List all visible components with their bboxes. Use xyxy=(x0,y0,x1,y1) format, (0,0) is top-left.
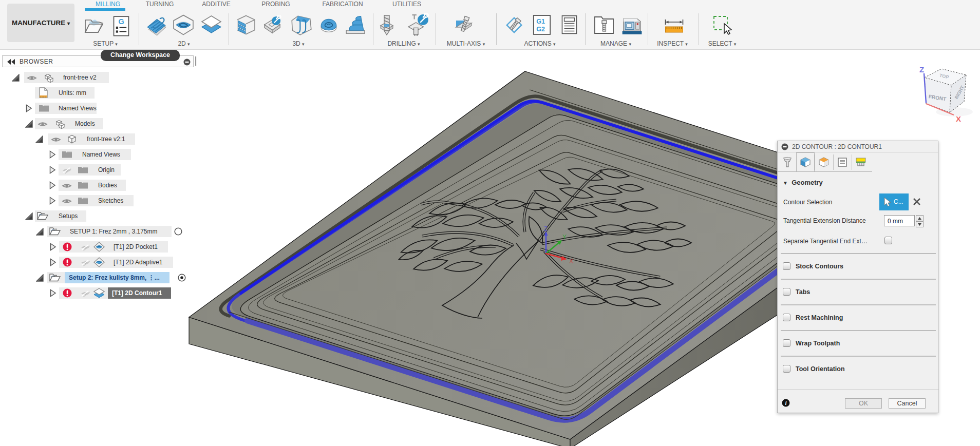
svg-text:G1: G1 xyxy=(536,18,545,25)
svg-text:G2: G2 xyxy=(536,26,545,33)
svg-text:X: X xyxy=(569,258,573,265)
svg-text:Y: Y xyxy=(562,234,567,241)
svg-text:X: X xyxy=(956,114,961,123)
svg-text:Z: Z xyxy=(919,65,924,74)
svg-text:Z: Z xyxy=(544,225,548,232)
